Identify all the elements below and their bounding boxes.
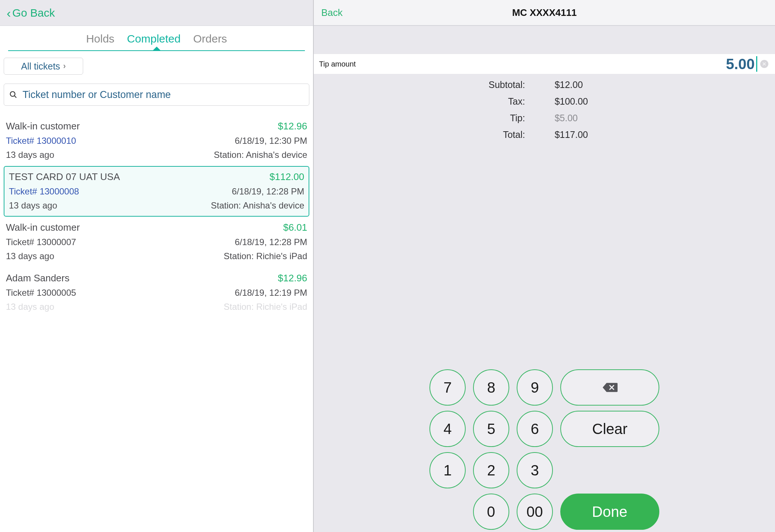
clear-tip-icon[interactable]: ✕ bbox=[760, 60, 768, 68]
ticket-station: Station: Richie's iPad bbox=[224, 251, 307, 261]
total-label: Total: bbox=[314, 129, 540, 140]
ticket-ago: 13 days ago bbox=[6, 150, 214, 160]
key-1[interactable]: 1 bbox=[429, 452, 466, 488]
key-8[interactable]: 8 bbox=[473, 369, 509, 406]
ticket-row[interactable]: Walk-in customer$6.01Ticket# 130000076/1… bbox=[0, 217, 313, 267]
ticket-number: Ticket# 13000007 bbox=[6, 237, 224, 247]
ticket-ago: 13 days ago bbox=[9, 200, 211, 211]
filter-label: All tickets bbox=[21, 61, 60, 72]
ticket-station: Station: Anisha's device bbox=[211, 200, 305, 211]
left-header: ‹ Go Back bbox=[0, 0, 313, 26]
totals-block: Subtotal:$12.00 Tax:$100.00 Tip:$5.00 To… bbox=[314, 74, 775, 143]
key-9[interactable]: 9 bbox=[517, 369, 553, 406]
ticket-ago: 13 days ago bbox=[6, 251, 224, 261]
key-3[interactable]: 3 bbox=[517, 452, 553, 488]
subtotal-value: $12.00 bbox=[540, 79, 775, 90]
ticket-row[interactable]: Walk-in customer$12.96Ticket# 130000106/… bbox=[0, 121, 313, 166]
page-title: MC XXXX4111 bbox=[512, 7, 577, 18]
key-done[interactable]: Done bbox=[560, 494, 659, 530]
right-panel: Back MC XXXX4111 Tip amount 5.00 ✕ Subto… bbox=[314, 0, 775, 532]
tab-orders[interactable]: Orders bbox=[193, 33, 227, 50]
ticket-list: Walk-in customer$12.96Ticket# 130000106/… bbox=[0, 121, 313, 532]
ticket-customer: Adam Sanders bbox=[6, 272, 224, 284]
subtotal-label: Subtotal: bbox=[314, 79, 540, 90]
key-7[interactable]: 7 bbox=[429, 369, 466, 406]
tabs: Holds Completed Orders bbox=[0, 26, 313, 50]
tip-amount-value: 5.00 ✕ bbox=[726, 56, 768, 72]
ticket-station: Station: Anisha's device bbox=[214, 150, 307, 160]
backspace-icon bbox=[602, 382, 618, 393]
text-cursor-icon bbox=[756, 56, 757, 72]
ticket-ago: 13 days ago bbox=[6, 302, 224, 312]
key-2[interactable]: 2 bbox=[473, 452, 509, 488]
tax-value: $100.00 bbox=[540, 96, 775, 107]
total-value: $117.00 bbox=[540, 129, 775, 140]
ticket-datetime: 6/18/19, 12:19 PM bbox=[224, 288, 307, 298]
left-panel: ‹ Go Back Holds Completed Orders All tic… bbox=[0, 0, 314, 532]
ticket-amount: $112.00 bbox=[211, 171, 305, 183]
tip-line-value: $5.00 bbox=[540, 113, 775, 123]
tab-underline bbox=[8, 50, 305, 51]
active-tab-caret-icon bbox=[153, 47, 160, 50]
ticket-number: Ticket# 13000010 bbox=[6, 136, 214, 146]
back-button[interactable]: Back bbox=[321, 7, 343, 18]
ticket-row[interactable]: TEST CARD 07 UAT USA$112.00Ticket# 13000… bbox=[4, 166, 309, 217]
key-clear[interactable]: Clear bbox=[560, 411, 659, 447]
key-backspace[interactable] bbox=[560, 369, 659, 406]
ticket-customer: Walk-in customer bbox=[6, 222, 224, 233]
go-back-button[interactable]: ‹ Go Back bbox=[7, 7, 55, 19]
ticket-amount: $6.01 bbox=[224, 222, 307, 233]
filter-all-tickets-button[interactable]: All tickets › bbox=[4, 58, 83, 75]
keypad-bottom-row: 0 00 Done bbox=[357, 494, 775, 532]
search-input[interactable] bbox=[23, 89, 304, 101]
svg-point-0 bbox=[10, 92, 15, 96]
tip-line-label: Tip: bbox=[314, 113, 540, 123]
ticket-amount: $12.96 bbox=[214, 121, 307, 132]
key-6[interactable]: 6 bbox=[517, 411, 553, 447]
ticket-number: Ticket# 13000008 bbox=[9, 186, 211, 197]
ticket-number: Ticket# 13000005 bbox=[6, 288, 224, 298]
search-box[interactable] bbox=[4, 84, 309, 106]
search-icon bbox=[9, 91, 17, 99]
ticket-datetime: 6/18/19, 12:28 PM bbox=[224, 237, 307, 247]
ticket-row[interactable]: Adam Sanders$12.96Ticket# 130000056/18/1… bbox=[0, 267, 313, 318]
tip-input-row[interactable]: Tip amount 5.00 ✕ bbox=[314, 54, 775, 74]
tab-holds[interactable]: Holds bbox=[86, 33, 115, 50]
ticket-datetime: 6/18/19, 12:30 PM bbox=[214, 136, 307, 146]
ticket-amount: $12.96 bbox=[224, 272, 307, 284]
keypad: 7 8 9 4 5 6 Clear 1 2 3 bbox=[314, 369, 775, 494]
svg-line-1 bbox=[14, 96, 16, 98]
key-5[interactable]: 5 bbox=[473, 411, 509, 447]
keypad-spacer bbox=[560, 452, 659, 488]
key-00[interactable]: 00 bbox=[517, 494, 553, 530]
right-header: Back MC XXXX4111 bbox=[314, 0, 775, 26]
tip-amount-text: 5.00 bbox=[726, 56, 755, 72]
tip-amount-label: Tip amount bbox=[319, 60, 356, 68]
keypad-area: 7 8 9 4 5 6 Clear 1 2 3 0 00 Done bbox=[314, 143, 775, 532]
ticket-customer: Walk-in customer bbox=[6, 121, 214, 132]
go-back-label: Go Back bbox=[12, 7, 55, 19]
key-0[interactable]: 0 bbox=[473, 494, 509, 530]
chevron-right-icon: › bbox=[63, 61, 66, 71]
ticket-station: Station: Richie's iPad bbox=[224, 302, 307, 312]
ticket-datetime: 6/18/19, 12:28 PM bbox=[211, 186, 305, 197]
ticket-customer: TEST CARD 07 UAT USA bbox=[9, 171, 211, 183]
chevron-left-icon: ‹ bbox=[7, 7, 11, 19]
tax-label: Tax: bbox=[314, 96, 540, 107]
key-4[interactable]: 4 bbox=[429, 411, 466, 447]
